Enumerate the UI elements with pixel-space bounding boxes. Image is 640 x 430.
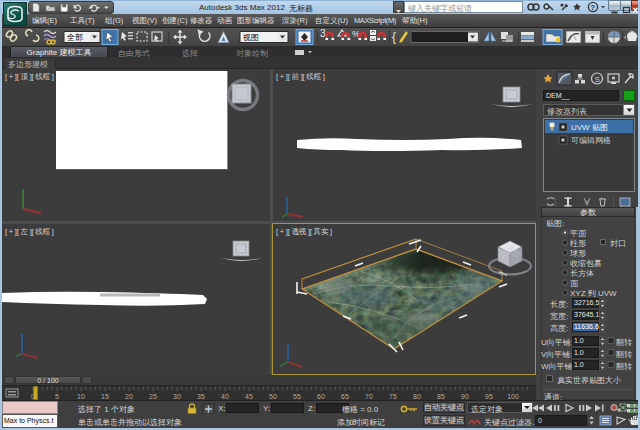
svg-text:70: 70 — [365, 393, 373, 400]
svg-text:50: 50 — [269, 393, 277, 400]
svg-text:55: 55 — [293, 393, 301, 400]
svg-text:10: 10 — [77, 393, 85, 400]
svg-text:?: ? — [591, 3, 596, 12]
svg-text:{: { — [392, 30, 396, 44]
svg-text:90: 90 — [461, 393, 469, 400]
svg-text:75: 75 — [389, 393, 397, 400]
svg-text:45: 45 — [245, 393, 253, 400]
svg-text:100: 100 — [507, 393, 519, 400]
svg-text:80: 80 — [413, 393, 421, 400]
svg-text:25: 25 — [149, 393, 157, 400]
svg-text:30: 30 — [173, 393, 181, 400]
svg-text:全部: 全部 — [67, 33, 83, 42]
svg-text:95: 95 — [485, 393, 493, 400]
svg-text:40: 40 — [221, 393, 229, 400]
svg-text:35: 35 — [197, 393, 205, 400]
svg-text:视图: 视图 — [242, 33, 259, 42]
svg-text:65: 65 — [341, 393, 349, 400]
svg-text:85: 85 — [437, 393, 445, 400]
svg-text:15: 15 — [101, 393, 109, 400]
svg-text:S: S — [595, 75, 600, 84]
svg-text:60: 60 — [317, 393, 325, 400]
svg-text:20: 20 — [125, 393, 133, 400]
svg-text:5: 5 — [55, 393, 59, 400]
